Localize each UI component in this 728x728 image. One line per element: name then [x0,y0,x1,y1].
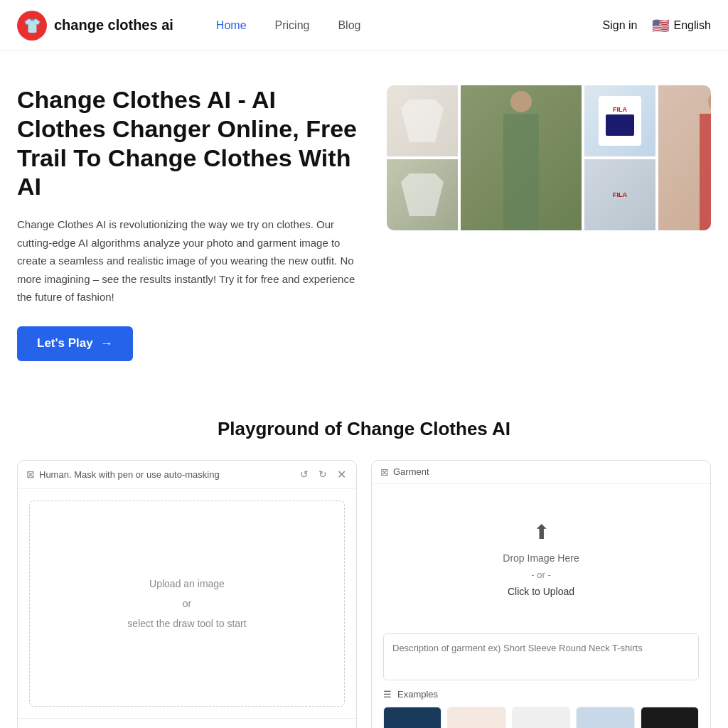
arrow-icon: → [100,336,113,351]
garment-panel-header: ⊠ Garment [372,461,710,484]
hero-section: Change Clothes AI - AI Clothes Changer O… [0,51,728,390]
panel-header-left: ⊠ Human. Mask with pen or use auto-maski… [26,469,220,480]
upload-line1: Upload an image [149,574,225,594]
hero-img-4 [658,85,711,230]
or-divider: - or - [531,569,550,580]
navbar: 👕 change clothes ai Home Pricing Blog Si… [0,0,728,51]
garment-description-box[interactable] [383,633,699,680]
hero-description: Change Clothes AI is revolutionizing the… [17,215,358,306]
human-upload-area[interactable]: Upload an image or select the draw tool … [29,500,345,707]
garment-image-icon: ⊠ [380,466,389,478]
logo[interactable]: 👕 change clothes ai [17,11,173,41]
examples-icon: ☰ [383,689,392,700]
playground-grid: ⊠ Human. Mask with pen or use auto-maski… [17,460,711,728]
signin-link[interactable]: Sign in [603,19,638,32]
image-icon: ⊠ [26,469,35,480]
nav-pricing[interactable]: Pricing [275,19,310,32]
person-head-2 [708,91,711,112]
hero-img-2 [461,85,582,230]
human-panel-header: ⊠ Human. Mask with pen or use auto-maski… [18,461,356,489]
redo-button[interactable]: ↻ [317,467,328,481]
nav-right: Sign in 🇺🇸 English [603,17,711,34]
garment-upload-area[interactable]: ⬆ Drop Image Here - or - Click to Upload [372,484,710,633]
upload-line2: or [183,594,191,614]
human-panel-label: Human. Mask with pen or use auto-masking [39,469,220,480]
hero-title: Change Clothes AI - AI Clothes Changer O… [17,85,358,201]
person-body-2 [700,114,712,230]
garment-panel-label: Garment [393,466,429,477]
hero-text: Change Clothes AI - AI Clothes Changer O… [17,85,358,361]
hero-img-5 [387,159,458,230]
panel-actions: ↺ ↻ ✕ [299,466,348,483]
examples-grid: 🐭 STÜSSY [383,707,699,728]
example-item-5[interactable]: STÜSSY [641,707,699,728]
click-upload-text: Click to Upload [508,586,574,597]
person-head-1 [510,91,532,112]
drop-text: Drop Image Here [503,552,579,564]
language-selector[interactable]: 🇺🇸 English [652,17,711,34]
undo-button[interactable]: ↺ [299,467,310,481]
human-panel: ⊠ Human. Mask with pen or use auto-maski… [17,460,357,728]
person-body-1 [503,114,539,230]
examples-header: ☰ Examples [383,689,699,700]
example-item-4[interactable] [576,707,634,728]
nav-home[interactable]: Home [216,19,247,32]
upload-line3: select the draw tool to start [127,614,246,633]
flag-icon: 🇺🇸 [652,17,670,34]
hero-images: FILA FILA [387,85,711,230]
hero-img-1 [387,85,458,156]
hero-img-6: FILA [584,159,655,230]
shirt-graphic-2 [401,173,444,216]
playground-title: Playground of Change Clothes AI [17,418,711,440]
garment-description-input[interactable] [384,634,698,677]
logo-text: change clothes ai [54,17,173,33]
upload-large-icon: ⬆ [533,520,550,544]
lang-label: English [674,19,711,32]
example-item-1[interactable] [383,707,441,728]
cta-button[interactable]: Let's Play → [17,326,133,361]
nav-blog[interactable]: Blog [338,19,360,32]
examples-label: Examples [397,689,438,700]
example-item-2[interactable]: 🐭 [447,707,505,728]
hero-img-3: FILA [584,85,655,156]
cta-label: Let's Play [37,336,93,350]
close-button[interactable]: ✕ [336,466,348,483]
examples-section: ☰ Examples 🐭 STÜSSY [372,680,710,728]
person-graphic-2 [658,85,711,230]
human-panel-footer: ⬆ 🖼 ⊡ ✏ ⌫ [18,718,356,728]
nav-links: Home Pricing Blog [216,19,603,32]
logo-icon: 👕 [17,11,47,41]
person-graphic-1 [461,85,582,230]
garment-header-left: ⊠ Garment [380,466,429,478]
example-item-3[interactable] [512,707,570,728]
shirt-graphic-1 [401,100,444,142]
playground-section: Playground of Change Clothes AI ⊠ Human.… [0,390,728,728]
garment-panel: ⊠ Garment ⬆ Drop Image Here - or - Click… [371,460,711,728]
fila-box: FILA [584,85,655,156]
